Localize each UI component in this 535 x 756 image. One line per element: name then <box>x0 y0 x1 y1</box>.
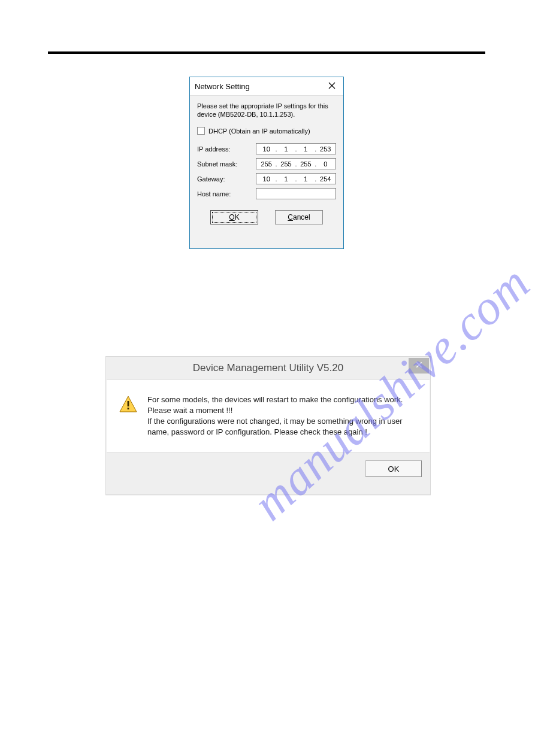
instruction-text: Please set the appropriate IP settings f… <box>197 102 336 119</box>
gateway-octet-3: 1 <box>299 175 312 183</box>
ip-row: IP address: 10. 1. 1. 253 <box>197 143 336 154</box>
dialog-footer: OK <box>106 453 430 485</box>
dialog-titlebar: Network Setting <box>190 77 343 96</box>
ip-octet-3: 1 <box>299 145 312 153</box>
ok-label: OK <box>388 464 400 473</box>
dialog-title: Device Management Utility V5.20 <box>193 362 343 374</box>
page-top-rule <box>48 51 485 54</box>
ok-button[interactable]: OK <box>210 210 258 224</box>
network-setting-dialog: Network Setting Please set the appropria… <box>189 77 344 249</box>
subnet-octet-3: 255 <box>299 160 312 168</box>
ip-label: IP address: <box>197 145 256 153</box>
svg-rect-1 <box>128 401 129 406</box>
close-button[interactable] <box>409 358 429 374</box>
subnet-octet-4: 0 <box>319 160 332 168</box>
cancel-button[interactable]: Cancel <box>275 210 323 224</box>
message-line-2: If the configurations were not changed, … <box>147 416 418 438</box>
hostname-input[interactable] <box>256 188 336 199</box>
dialog-body: For some models, the devices will restar… <box>107 379 430 453</box>
ok-button[interactable]: OK <box>365 460 422 477</box>
dialog-title: Network Setting <box>195 82 250 91</box>
svg-rect-2 <box>128 408 129 409</box>
hostname-label: Host name: <box>197 190 256 198</box>
gateway-input[interactable]: 10. 1. 1. 254 <box>256 173 336 184</box>
subnet-mask-input[interactable]: 255. 255. 255. 0 <box>256 158 336 169</box>
close-button[interactable] <box>324 80 340 93</box>
device-management-dialog: Device Management Utility V5.20 For some… <box>105 356 431 495</box>
dhcp-label: DHCP (Obtain an IP automatically) <box>208 127 310 135</box>
gateway-octet-4: 254 <box>319 175 332 183</box>
ip-octet-4: 253 <box>319 145 332 153</box>
dhcp-row: DHCP (Obtain an IP automatically) <box>197 127 336 135</box>
dialog-body: Please set the appropriate IP settings f… <box>190 96 343 230</box>
dhcp-checkbox[interactable] <box>197 127 205 135</box>
close-icon <box>328 82 335 91</box>
dialog-titlebar: Device Management Utility V5.20 <box>106 357 430 379</box>
subnet-octet-2: 255 <box>280 160 293 168</box>
gateway-octet-1: 10 <box>260 175 273 183</box>
gateway-label: Gateway: <box>197 175 256 183</box>
warning-icon <box>119 394 138 438</box>
gateway-octet-2: 1 <box>280 175 293 183</box>
gateway-row: Gateway: 10. 1. 1. 254 <box>197 173 336 184</box>
subnet-label: Subnet mask: <box>197 160 256 168</box>
dialog-button-row: OK Cancel <box>197 210 336 224</box>
subnet-row: Subnet mask: 255. 255. 255. 0 <box>197 158 336 169</box>
message-line-1: For some models, the devices will restar… <box>147 394 418 416</box>
ip-octet-1: 10 <box>260 145 273 153</box>
message-text: For some models, the devices will restar… <box>147 394 418 438</box>
hostname-row: Host name: <box>197 188 336 199</box>
ip-address-input[interactable]: 10. 1. 1. 253 <box>256 143 336 154</box>
subnet-octet-1: 255 <box>260 160 273 168</box>
close-icon <box>416 362 422 370</box>
ip-octet-2: 1 <box>280 145 293 153</box>
